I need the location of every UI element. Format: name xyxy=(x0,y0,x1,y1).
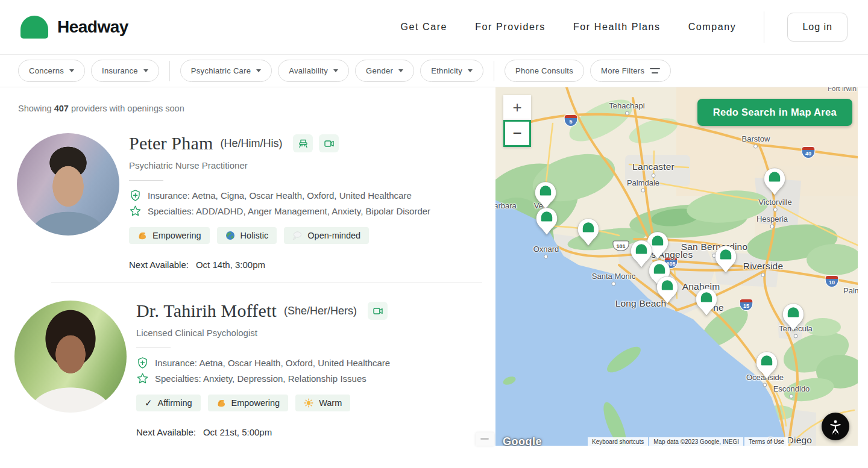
headway-logo[interactable]: Headway xyxy=(20,16,128,39)
provider-credential: Licensed Clinical Psychologist xyxy=(136,328,390,338)
filter-label: Gender xyxy=(366,66,393,75)
tag-label: Empowering xyxy=(231,398,280,408)
trait-tag: Empowering xyxy=(208,395,289,411)
next-available-value: Oct 21st, 5:00pm xyxy=(203,427,272,437)
map-panel[interactable]: 5401016051510 Fort IrwinTehachapiBarstow… xyxy=(495,87,858,446)
muscle-icon xyxy=(137,231,147,240)
provider-name: Dr. Tahirih Moffett xyxy=(136,301,277,321)
map-zoom-controls: + − xyxy=(503,95,531,147)
filter-concerns[interactable]: Concerns xyxy=(18,60,85,82)
headway-logo-icon xyxy=(20,16,48,39)
filter-label: Insurance xyxy=(102,66,138,75)
filter-label: Phone Consults xyxy=(515,66,573,75)
filter-ethnicity[interactable]: Ethnicity xyxy=(420,60,483,82)
sun-icon xyxy=(304,398,313,408)
keyboard-shortcuts-link[interactable]: Keyboard shortcuts xyxy=(588,437,648,446)
chevron-down-icon xyxy=(143,69,148,72)
thought-bubble-icon xyxy=(292,231,302,240)
trait-tag: ✓ Affirming xyxy=(136,395,201,411)
map-attribution: Keyboard shortcuts Map data ©2023 Google… xyxy=(588,437,788,446)
next-available: Next Available:Oct 14th, 3:00pm xyxy=(129,260,430,270)
divider xyxy=(136,348,171,348)
map-provider-pin[interactable] xyxy=(694,287,719,317)
chevron-down-icon xyxy=(468,69,473,72)
muscle-icon xyxy=(216,398,226,408)
provider-pronouns: (She/Her/Hers) xyxy=(284,305,357,317)
map-provider-pin[interactable] xyxy=(655,275,679,305)
next-available-label: Next Available: xyxy=(129,260,189,270)
insurance-text: Insurance: Aetna, Cigna, Oscar Health, O… xyxy=(148,190,412,201)
accessibility-button[interactable] xyxy=(822,413,849,440)
chevron-down-icon xyxy=(69,69,74,72)
virtual-badge xyxy=(368,302,388,320)
filter-phone-consults[interactable]: Phone Consults xyxy=(505,60,584,82)
insurance-text: Insurance: Aetna, Oscar Health, Oxford, … xyxy=(155,358,390,368)
nav-get-care[interactable]: Get Care xyxy=(400,22,447,33)
filter-more-filters[interactable]: More Filters xyxy=(590,60,671,82)
tag-label: Affirming xyxy=(158,398,192,408)
results-number: 407 xyxy=(54,104,69,113)
chevron-down-icon xyxy=(256,69,261,72)
zoom-out-button[interactable]: − xyxy=(503,120,531,147)
star-icon xyxy=(136,372,149,385)
tag-label: Holistic xyxy=(241,231,269,240)
card-separator xyxy=(51,282,482,282)
video-icon xyxy=(323,137,335,149)
login-button[interactable]: Log in xyxy=(787,13,848,42)
tag-label: Open-minded xyxy=(307,231,360,240)
top-navbar: Headway Get Care For Providers For Healt… xyxy=(0,0,868,55)
chevron-down-icon xyxy=(398,69,403,72)
scrollbar[interactable] xyxy=(476,432,494,446)
map-provider-pin[interactable] xyxy=(781,302,805,332)
trait-tag: Open-minded xyxy=(284,227,369,244)
divider xyxy=(129,180,163,181)
filter-insurance[interactable]: Insurance xyxy=(91,60,159,82)
headway-logo-text: Headway xyxy=(57,17,128,37)
specialties-text: Specialties: Anxiety, Depression, Relati… xyxy=(155,373,366,384)
map-terrain xyxy=(495,87,858,446)
provider-card[interactable]: Dr. Tahirih Moffett (She/Her/Hers) Licen… xyxy=(18,301,495,437)
next-available-value: Oct 14th, 3:00pm xyxy=(196,260,265,270)
filter-divider xyxy=(494,61,494,81)
accessibility-icon xyxy=(827,418,844,435)
map-data-attribution: Map data ©2023 Google, INEGI xyxy=(649,437,743,446)
tag-label: Empowering xyxy=(153,231,201,240)
nav-divider xyxy=(764,11,764,43)
specialties-text: Specialties: ADD/ADHD, Anger Management,… xyxy=(148,206,430,216)
redo-search-button[interactable]: Redo Search in Map Area xyxy=(697,99,852,126)
filter-availability[interactable]: Availability xyxy=(278,60,349,82)
tag-label: Warm xyxy=(319,398,342,408)
map-provider-pin[interactable] xyxy=(535,207,559,237)
terms-of-use-link[interactable]: Terms of Use xyxy=(744,437,788,446)
next-available-label: Next Available: xyxy=(136,427,196,437)
trait-tag: Holistic xyxy=(217,227,277,244)
filter-label: Availability xyxy=(289,66,328,75)
chevron-down-icon xyxy=(333,69,338,72)
provider-credential: Psychiatric Nurse Practitioner xyxy=(129,160,430,170)
filter-divider xyxy=(169,61,170,81)
map-provider-pin[interactable] xyxy=(763,167,787,197)
filter-label: Psychiatric Care xyxy=(191,66,251,75)
provider-card[interactable]: Peter Pham (He/Him/His) Psychiatric Nurs… xyxy=(18,133,495,270)
chair-icon xyxy=(297,137,309,149)
nav-for-health-plans[interactable]: For Health Plans xyxy=(573,22,661,33)
map-provider-pin[interactable] xyxy=(755,351,779,381)
zoom-in-button[interactable]: + xyxy=(503,95,531,120)
map-provider-pin[interactable] xyxy=(576,217,600,248)
nav-for-providers[interactable]: For Providers xyxy=(475,22,546,33)
nav-company[interactable]: Company xyxy=(688,22,737,33)
provider-pronouns: (He/Him/His) xyxy=(220,137,282,150)
filter-psychiatric-care[interactable]: Psychiatric Care xyxy=(180,60,272,82)
star-icon xyxy=(129,205,142,217)
in-person-badge xyxy=(293,134,313,152)
virtual-badge xyxy=(319,134,339,152)
check-icon: ✓ xyxy=(145,398,153,408)
results-count: Showing 407 providers with openings soon xyxy=(18,104,495,113)
shield-plus-icon xyxy=(129,189,142,202)
provider-name: Peter Pham xyxy=(129,133,213,154)
provider-list: Showing 407 providers with openings soon… xyxy=(0,88,495,468)
filter-label: Ethnicity xyxy=(431,66,462,75)
map-provider-pin[interactable] xyxy=(714,245,738,275)
filter-gender[interactable]: Gender xyxy=(355,60,414,82)
trait-tag: Empowering xyxy=(129,227,210,244)
